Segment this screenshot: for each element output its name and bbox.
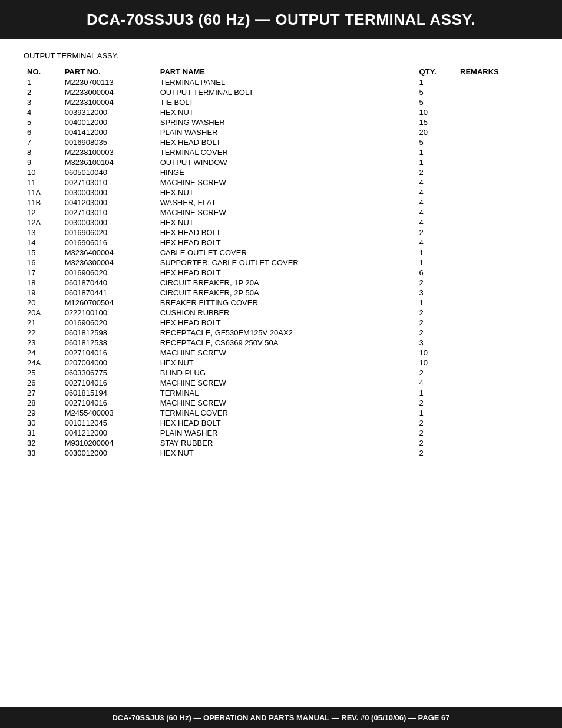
table-row: 220601812598RECEPTACLE, GF530EM125V 20AX… (24, 328, 538, 338)
cell-qty: 3 (416, 288, 457, 298)
col-header-remarks: REMARKS (457, 66, 538, 77)
table-row: 190601870441CIRCUIT BREAKER, 2P 50A3 (24, 288, 538, 298)
cell-no: 4 (24, 107, 61, 117)
cell-remarks (457, 127, 538, 137)
cell-no: 22 (24, 328, 61, 338)
cell-qty: 2 (416, 308, 457, 318)
col-header-qty: QTY. (416, 66, 457, 77)
table-row: 9M3236100104OUTPUT WINDOW1 (24, 157, 538, 167)
cell-partname: CABLE OUTLET COVER (157, 248, 416, 258)
cell-qty: 2 (416, 438, 457, 448)
cell-remarks (457, 298, 538, 308)
cell-qty: 1 (416, 408, 457, 418)
cell-partname: HEX NUT (157, 218, 416, 228)
cell-remarks (457, 87, 538, 97)
cell-no: 21 (24, 318, 61, 328)
cell-remarks (457, 107, 538, 117)
cell-partname: TERMINAL PANEL (157, 77, 416, 87)
cell-no: 9 (24, 157, 61, 167)
table-row: 1M2230700113TERMINAL PANEL1 (24, 77, 538, 87)
cell-partno: 0601812598 (61, 328, 157, 338)
cell-remarks (457, 328, 538, 338)
cell-partname: WASHER, FLAT (157, 197, 416, 207)
cell-no: 26 (24, 378, 61, 388)
cell-remarks (457, 318, 538, 328)
cell-partno: M3236300004 (61, 258, 157, 268)
cell-remarks (457, 187, 538, 197)
cell-no: 3 (24, 97, 61, 107)
cell-partno: 0601815194 (61, 388, 157, 398)
cell-partname: HEX HEAD BOLT (157, 137, 416, 147)
cell-partname: TIE BOLT (157, 97, 416, 107)
cell-qty: 15 (416, 117, 457, 127)
table-row: 20A0222100100CUSHION RUBBER2 (24, 308, 538, 318)
cell-partno: 0603306775 (61, 368, 157, 378)
cell-no: 10 (24, 167, 61, 177)
table-row: 310041212000PLAIN WASHER2 (24, 428, 538, 438)
cell-partname: HEX NUT (157, 448, 416, 458)
col-header-partname: PART NAME (157, 66, 416, 77)
table-row: 260027104016MACHINE SCREW4 (24, 378, 538, 388)
cell-qty: 1 (416, 248, 457, 258)
cell-partno: 0016906016 (61, 238, 157, 248)
cell-partno: M2455400003 (61, 408, 157, 418)
cell-qty: 5 (416, 97, 457, 107)
cell-no: 11B (24, 197, 61, 207)
table-row: 16M3236300004SUPPORTER, CABLE OUTLET COV… (24, 258, 538, 268)
table-row: 3M2233100004TIE BOLT5 (24, 97, 538, 107)
cell-partno: M9310200004 (61, 438, 157, 448)
cell-remarks (457, 378, 538, 388)
cell-remarks (457, 238, 538, 248)
cell-remarks (457, 308, 538, 318)
cell-remarks (457, 398, 538, 408)
cell-partname: PLAIN WASHER (157, 127, 416, 137)
cell-remarks (457, 258, 538, 268)
cell-remarks (457, 438, 538, 448)
cell-partno: 0041212000 (61, 428, 157, 438)
cell-qty: 4 (416, 197, 457, 207)
cell-remarks (457, 97, 538, 107)
cell-remarks (457, 278, 538, 288)
cell-qty: 2 (416, 328, 457, 338)
table-row: 60041412000PLAIN WASHER20 (24, 127, 538, 137)
table-row: 270601815194TERMINAL1 (24, 388, 538, 398)
cell-no: 5 (24, 117, 61, 127)
table-row: 70016908035HEX HEAD BOLT5 (24, 137, 538, 147)
cell-qty: 2 (416, 228, 457, 238)
cell-remarks (457, 207, 538, 218)
cell-no: 33 (24, 448, 61, 458)
cell-qty: 4 (416, 218, 457, 228)
cell-partname: PLAIN WASHER (157, 428, 416, 438)
cell-remarks (457, 197, 538, 207)
cell-partname: HEX NUT (157, 358, 416, 368)
cell-partno: 0016906020 (61, 268, 157, 278)
cell-no: 7 (24, 137, 61, 147)
table-row: 24A0207004000HEX NUT10 (24, 358, 538, 368)
cell-partname: RECEPTACLE, CS6369 250V 50A (157, 338, 416, 348)
cell-qty: 2 (416, 167, 457, 177)
cell-partno: 0041203000 (61, 197, 157, 207)
page-header: DCA-70SSJU3 (60 Hz) — OUTPUT TERMINAL AS… (0, 0, 562, 39)
table-row: 330030012000HEX NUT2 (24, 448, 538, 458)
cell-qty: 10 (416, 358, 457, 368)
cell-partno: M3236100104 (61, 157, 157, 167)
cell-no: 23 (24, 338, 61, 348)
cell-qty: 4 (416, 187, 457, 197)
cell-no: 28 (24, 398, 61, 408)
cell-no: 27 (24, 388, 61, 398)
cell-partname: MACHINE SCREW (157, 207, 416, 218)
cell-partno: M2230700113 (61, 77, 157, 87)
cell-partno: 0601870441 (61, 288, 157, 298)
cell-partno: 0601812538 (61, 338, 157, 348)
table-row: 300010112045HEX HEAD BOLT2 (24, 418, 538, 428)
cell-no: 18 (24, 278, 61, 288)
cell-partno: 0605010040 (61, 167, 157, 177)
cell-qty: 10 (416, 348, 457, 358)
cell-partno: 0010112045 (61, 418, 157, 428)
cell-partno: 0027103010 (61, 207, 157, 218)
cell-remarks (457, 268, 538, 278)
cell-partname: HEX NUT (157, 107, 416, 117)
cell-partname: HEX HEAD BOLT (157, 318, 416, 328)
cell-no: 31 (24, 428, 61, 438)
cell-partno: 0027103010 (61, 177, 157, 187)
